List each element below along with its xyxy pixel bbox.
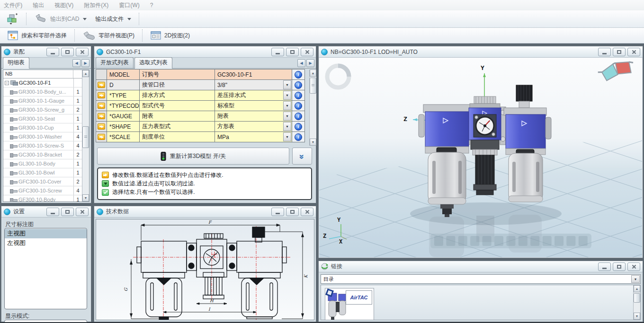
tree-row[interactable]: GR300-10-Screw_g2 xyxy=(3,105,82,114)
search-parts-button[interactable]: 搜索和零部件选择 xyxy=(3,29,71,42)
part-view-button[interactable]: 零部件视图(P) xyxy=(78,29,139,42)
dropdown-arrow-icon[interactable]: ▼ xyxy=(283,101,291,110)
scroll-up-button[interactable]: ▲ xyxy=(634,285,640,292)
menu-item[interactable]: 窗口(W) xyxy=(119,1,139,9)
tab-scroll-left-button[interactable]: ◀ xyxy=(297,59,305,67)
tab-select-list[interactable]: 选取式列表 xyxy=(134,57,172,69)
dropdown-arrow-icon[interactable]: ▼ xyxy=(283,80,291,89)
edit-value-arrow-icon[interactable] xyxy=(98,134,105,140)
edit-value-arrow-icon[interactable] xyxy=(98,103,105,109)
edit-value-arrow-icon[interactable] xyxy=(98,113,105,119)
projection-2d-button[interactable]: 2D投图(2) xyxy=(146,29,194,42)
menu-item[interactable]: 附加件(X) xyxy=(84,1,108,9)
tree-row[interactable]: GR300-10-Screw-S4 xyxy=(3,141,82,150)
info-icon[interactable]: i xyxy=(295,102,302,110)
scrollbar-thumb[interactable] xyxy=(82,126,89,148)
close-button[interactable] xyxy=(76,208,89,216)
restore-button[interactable] xyxy=(286,208,299,216)
tree-row[interactable]: GR300-10-Washer4 xyxy=(3,132,82,141)
menu-item[interactable]: 视图(V) xyxy=(54,1,73,9)
tree-row[interactable]: GL300-10-Body1 xyxy=(3,159,82,168)
export-to-file-button[interactable]: 输出成文件 xyxy=(91,13,135,25)
catalog-thumbnail[interactable]: AirTAC xyxy=(325,288,374,320)
dropdown-arrow-icon[interactable]: ▼ xyxy=(283,122,291,131)
catalog-dropdown[interactable]: 目录 ▼ xyxy=(321,274,641,284)
tree-row[interactable]: GF300-10-Body1 xyxy=(3,195,82,202)
edit-value-arrow-icon[interactable] xyxy=(98,92,105,98)
tree-column-nb[interactable]: NB xyxy=(3,70,73,78)
minimize-button[interactable] xyxy=(271,48,284,56)
restore-button[interactable] xyxy=(61,208,74,216)
dropdown-arrow-icon[interactable]: ▼ xyxy=(631,275,640,283)
scrollbar-thumb[interactable] xyxy=(634,293,640,303)
param-value-cell[interactable]: 3/8"▼ xyxy=(215,79,292,90)
scrollbar-thumb[interactable] xyxy=(310,78,316,94)
tree-row[interactable]: GL300-10-Bowl1 xyxy=(3,168,82,177)
close-button[interactable] xyxy=(301,48,313,56)
minimize-button[interactable] xyxy=(598,48,611,56)
tree-scrollbar[interactable]: ▲ ▼ xyxy=(82,70,89,201)
param-value-cell[interactable]: GC300-10-F1 xyxy=(215,69,292,80)
expand-more-button[interactable]: » xyxy=(292,148,312,165)
tab-scroll-right-button[interactable]: ▶ xyxy=(81,59,89,67)
scroll-down-button[interactable]: ▼ xyxy=(82,194,89,201)
tree-row[interactable]: GR300-10-Body_u...1 xyxy=(3,87,82,96)
scroll-down-button[interactable]: ▼ xyxy=(310,139,316,146)
tree-row-root[interactable]: −GC300-10-F1 xyxy=(3,79,82,87)
dropdown-arrow-icon[interactable]: ▼ xyxy=(283,91,291,100)
close-button[interactable] xyxy=(627,48,640,56)
expander-icon[interactable]: − xyxy=(5,81,9,85)
export-to-cad-button[interactable]: 输出到CAD xyxy=(30,12,91,26)
param-value-cell[interactable]: MPa▼ xyxy=(215,131,292,142)
menu-item[interactable]: ? xyxy=(150,2,153,9)
param-value-cell[interactable]: 附表▼ xyxy=(215,111,292,122)
minimize-button[interactable] xyxy=(46,48,59,56)
param-value-cell[interactable]: 标准型▼ xyxy=(215,100,292,111)
info-icon[interactable]: i xyxy=(295,113,302,120)
info-icon[interactable]: i xyxy=(295,71,302,79)
menu-item[interactable]: 输出 xyxy=(33,1,44,9)
close-button[interactable] xyxy=(627,262,640,271)
scroll-up-button[interactable]: ▲ xyxy=(310,70,316,77)
tree-row[interactable]: GC300-10-Bracket2 xyxy=(3,150,82,159)
edit-value-arrow-icon[interactable] xyxy=(98,123,105,130)
tree-row[interactable]: GFC300-10-Screw4 xyxy=(3,186,82,195)
info-icon[interactable]: i xyxy=(295,133,302,141)
view-listbox[interactable]: 主视图左视图 xyxy=(4,228,87,309)
tree-row[interactable]: GR300-10-1-Gauge1 xyxy=(3,96,82,105)
tab-scroll-left-button[interactable]: ◀ xyxy=(72,59,80,67)
restore-button[interactable] xyxy=(61,48,74,56)
scroll-up-button[interactable]: ▲ xyxy=(82,70,89,77)
menu-item[interactable]: 文件(F) xyxy=(4,1,22,9)
close-button[interactable] xyxy=(301,208,313,216)
info-icon[interactable]: i xyxy=(295,92,302,99)
config-scrollbar[interactable]: ▲ ▼ xyxy=(309,70,316,146)
info-icon[interactable]: i xyxy=(295,81,302,89)
tab-scroll-right-button[interactable]: ▶ xyxy=(306,59,314,67)
dropdown-arrow-icon[interactable]: ▼ xyxy=(283,132,291,141)
restore-button[interactable] xyxy=(613,262,626,271)
tree-row[interactable]: GR300-10-Cup1 xyxy=(3,123,82,132)
info-icon[interactable]: i xyxy=(295,123,302,131)
tree-column-qty[interactable] xyxy=(73,70,82,78)
tree-row[interactable]: GFC300-10-Cover2 xyxy=(3,177,82,186)
scroll-down-button[interactable]: ▼ xyxy=(634,313,640,320)
tree-row[interactable]: GR300-10-Seat1 xyxy=(3,114,82,123)
links-scrollbar[interactable]: ▲ ▼ xyxy=(633,285,640,320)
minimize-button[interactable] xyxy=(46,208,59,216)
recalc-3d-button[interactable]: 重新计算3D模型 开/关 xyxy=(97,148,289,165)
param-value-cell[interactable]: 方形表▼ xyxy=(215,121,292,132)
view-list-item[interactable]: 左视图 xyxy=(5,238,87,248)
edit-value-arrow-icon[interactable] xyxy=(98,82,105,88)
restore-button[interactable] xyxy=(613,48,626,56)
minimize-button[interactable] xyxy=(271,208,284,216)
export-button[interactable] xyxy=(2,11,23,26)
view-list-item[interactable]: 主视图 xyxy=(5,229,87,238)
tab-open-list[interactable]: 开放式列表 xyxy=(96,57,134,68)
param-value-cell[interactable]: 差压排水式▼ xyxy=(215,90,292,101)
tab-bom[interactable]: 明细表 xyxy=(3,57,29,69)
restore-button[interactable] xyxy=(286,48,299,56)
minimize-button[interactable] xyxy=(598,262,611,271)
dropdown-arrow-icon[interactable]: ▼ xyxy=(283,112,291,121)
close-button[interactable] xyxy=(76,48,89,56)
